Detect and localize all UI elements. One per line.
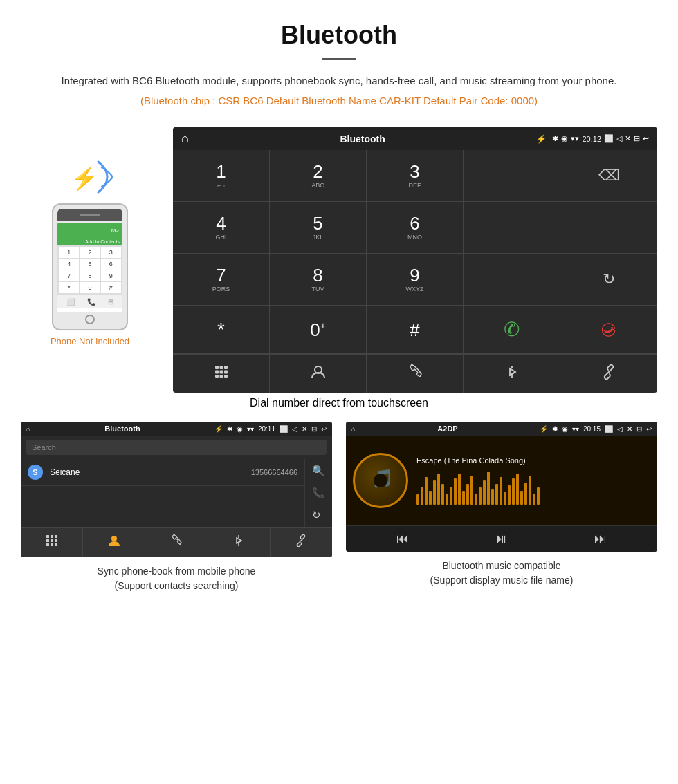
refresh-key[interactable]: ↻ — [560, 254, 657, 306]
phone-key[interactable]: 4 — [59, 259, 79, 270]
music-bt-icon: ✱ — [552, 425, 558, 433]
volume-icon[interactable]: ◁ — [616, 134, 622, 143]
svg-text:⚡: ⚡ — [71, 165, 98, 192]
visualizer-bar — [520, 491, 523, 505]
bluetooth-button[interactable] — [464, 355, 560, 393]
prev-button[interactable]: ⏮ — [396, 532, 409, 546]
end-call-button[interactable]: ✆ — [560, 306, 657, 354]
dialer-keypad: 1 ⌐¬ 2 ABC 3 DEF ⌫ 4 GHI — [173, 150, 657, 354]
pb-close-icon[interactable]: ✕ — [302, 425, 307, 433]
svg-rect-6 — [224, 371, 228, 374]
next-button[interactable]: ⏭ — [594, 532, 607, 546]
music-min-icon[interactable]: ⊟ — [636, 425, 642, 433]
phone-home-button[interactable] — [85, 315, 95, 324]
svg-rect-1 — [215, 366, 219, 369]
visualizer-bar — [524, 483, 527, 505]
dial-key-hash[interactable]: # — [367, 306, 464, 354]
music-status-bar: ⌂ A2DP ⚡ ✱ ◉ ▾▾ 20:15 ⬜ ◁ ✕ ⊟ ↩ — [346, 422, 657, 436]
pb-link-btn[interactable] — [271, 528, 332, 557]
dial-key-0[interactable]: 0+ — [270, 306, 367, 354]
phone-key[interactable]: 8 — [80, 270, 100, 281]
phone-key[interactable]: # — [101, 282, 121, 293]
music-cam-icon: ⬜ — [605, 425, 613, 433]
bottom-screenshots: ⌂ Bluetooth ⚡ ✱ ◉ ▾▾ 20:11 ⬜ ◁ ✕ ⊟ ↩ Sea… — [0, 422, 678, 607]
phone-key[interactable]: 7 — [59, 270, 79, 281]
dial-key-8[interactable]: 8 TUV — [270, 254, 367, 306]
phone-key[interactable]: 6 — [101, 259, 121, 270]
phone-top-bar — [57, 209, 122, 221]
music-screenshot-wrap: ⌂ A2DP ⚡ ✱ ◉ ▾▾ 20:15 ⬜ ◁ ✕ ⊟ ↩ 🎵 — [346, 422, 657, 593]
call-button[interactable]: ✆ — [464, 306, 560, 354]
pb-contact-row[interactable]: S Seicane 13566664466 — [21, 459, 304, 486]
phonebook-caption-line2: (Support contacts searching) — [21, 579, 332, 593]
dial-key-4[interactable]: 4 GHI — [173, 202, 270, 254]
search-placeholder: Search — [32, 443, 56, 451]
phone-key[interactable]: 0 — [80, 282, 100, 293]
phone-key[interactable]: 1 — [59, 247, 79, 258]
dial-screen-container: ⌂ Bluetooth ⚡ ✱ ◉ ▾▾ 20:12 ⬜ ◁ ✕ ⊟ ↩ — [173, 127, 657, 393]
dialpad-button[interactable] — [173, 355, 270, 393]
pb-dialpad-btn[interactable] — [21, 528, 83, 557]
album-art: 🎵 — [353, 453, 408, 508]
pb-back-icon[interactable]: ↩ — [321, 425, 327, 433]
dial-key-2[interactable]: 2 ABC — [270, 150, 367, 202]
dial-key-1[interactable]: 1 ⌐¬ — [173, 150, 270, 202]
music-back-icon[interactable]: ↩ — [646, 425, 652, 433]
svg-rect-17 — [46, 539, 49, 542]
signal-icon: ▾▾ — [571, 134, 579, 143]
pb-home-icon[interactable]: ⌂ — [26, 425, 30, 433]
visualizer-bar — [466, 484, 469, 505]
svg-line-13 — [607, 371, 610, 373]
music-home-icon[interactable]: ⌂ — [351, 425, 356, 433]
visualizer-bar — [454, 478, 457, 505]
contacts-button[interactable] — [270, 355, 367, 393]
link-button[interactable] — [560, 355, 657, 393]
pb-status-bar: ⌂ Bluetooth ⚡ ✱ ◉ ▾▾ 20:11 ⬜ ◁ ✕ ⊟ ↩ — [21, 422, 332, 436]
phone-key[interactable]: 2 — [80, 247, 100, 258]
visualizer-bar — [500, 477, 502, 505]
phone-screen-top: M> — [57, 223, 122, 238]
backspace-key[interactable]: ⌫ — [560, 150, 657, 202]
pb-time: 20:11 — [258, 425, 275, 433]
pb-contacts-btn[interactable] — [83, 528, 145, 557]
phone-key[interactable]: 9 — [101, 270, 121, 281]
pb-refresh-icon[interactable]: ↻ — [312, 509, 325, 521]
music-screen: ⌂ A2DP ⚡ ✱ ◉ ▾▾ 20:15 ⬜ ◁ ✕ ⊟ ↩ 🎵 — [346, 422, 657, 552]
pb-calls-btn[interactable] — [145, 528, 208, 557]
music-usb-icon: ⚡ — [540, 425, 548, 433]
minimize-icon[interactable]: ⊟ — [634, 134, 640, 143]
pb-call-icon[interactable]: 📞 — [312, 487, 325, 499]
music-close-icon[interactable]: ✕ — [627, 425, 632, 433]
dial-key-6[interactable]: 6 MNO — [367, 202, 464, 254]
pb-search-icon[interactable]: 🔍 — [312, 465, 325, 477]
pb-search-bar[interactable]: Search — [26, 440, 327, 455]
visualizer-bar — [425, 477, 428, 505]
close-icon[interactable]: ✕ — [625, 134, 631, 143]
dial-key-star[interactable]: * — [173, 306, 270, 354]
pb-bt-btn[interactable] — [208, 528, 271, 557]
visualizer-bar — [441, 484, 444, 505]
phone-key[interactable]: 3 — [101, 247, 121, 258]
pb-title: Bluetooth — [35, 424, 210, 433]
calls-button[interactable] — [367, 355, 464, 393]
back-icon[interactable]: ↩ — [643, 134, 649, 143]
dial-key-5[interactable]: 5 JKL — [270, 202, 367, 254]
music-controls: ⏮ ⏯ ⏭ — [346, 525, 657, 552]
visualizer-bar — [416, 494, 419, 505]
camera-icon[interactable]: ⬜ — [604, 134, 614, 143]
phone-body: M> Add to Contacts 1 2 3 4 5 6 7 8 9 * 0 — [52, 203, 128, 330]
phone-key[interactable]: * — [59, 282, 79, 293]
dial-key-3[interactable]: 3 DEF — [367, 150, 464, 202]
dial-key-7[interactable]: 7 PQRS — [173, 254, 270, 306]
play-pause-button[interactable]: ⏯ — [495, 532, 508, 546]
phone-key[interactable]: 5 — [80, 259, 100, 270]
dial-key-9[interactable]: 9 WXYZ — [367, 254, 464, 306]
bluetooth-status-icon: ✱ — [552, 134, 558, 143]
music-song-title: Escape (The Pina Colada Song) — [416, 456, 650, 465]
dialer-toolbar — [173, 354, 657, 393]
pb-contact-list: S Seicane 13566664466 — [21, 459, 304, 527]
home-icon[interactable]: ⌂ — [181, 131, 189, 146]
page-header: Bluetooth Integrated with BC6 Bluetooth … — [0, 0, 678, 127]
pb-min-icon[interactable]: ⊟ — [311, 425, 317, 433]
dial-caption: Dial number direct from touchscreen — [0, 393, 678, 422]
